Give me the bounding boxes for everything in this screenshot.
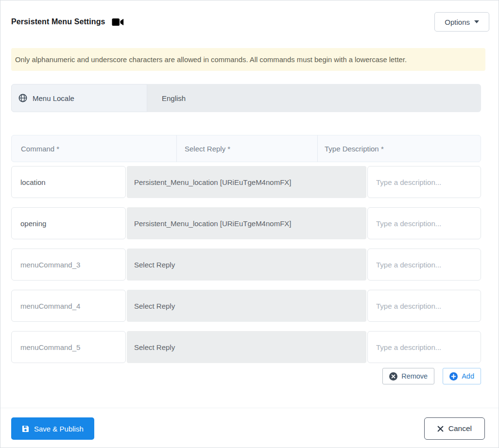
menu-locale-value: English [147, 84, 481, 112]
description-input[interactable] [367, 166, 481, 198]
video-camera-icon [112, 18, 124, 26]
warning-banner-text: Only alphanumeric and underscore charact… [15, 56, 407, 64]
command-input[interactable] [11, 249, 126, 281]
reply-select[interactable]: Select Reply [127, 249, 366, 281]
caret-down-icon [474, 20, 479, 23]
menu-locale-row: Menu Locale English [11, 84, 481, 112]
header-cell-select-reply: Select Reply * [177, 135, 318, 162]
reply-select-value: Persistent_Menu_location [URiEuTgeM4nomF… [134, 219, 291, 228]
cancel-button-label: Cancel [448, 424, 472, 433]
reply-select-value: Select Reply [134, 343, 175, 351]
reply-select-value: Persistent_Menu_location [URiEuTgeM4nomF… [134, 178, 291, 186]
command-row: Persistent_Menu_location [URiEuTgeM4nomF… [11, 166, 481, 198]
cancel-button[interactable]: Cancel [424, 417, 485, 440]
command-input[interactable] [11, 331, 126, 363]
command-rows: Persistent_Menu_location [URiEuTgeM4nomF… [11, 166, 481, 363]
menu-locale-value-text: English [162, 94, 186, 102]
remove-button-label: Remove [401, 372, 428, 380]
command-input[interactable] [11, 207, 126, 239]
command-row: Select Reply [11, 331, 481, 363]
command-row: Select Reply [11, 249, 481, 281]
warning-banner: Only alphanumeric and underscore charact… [11, 48, 485, 71]
reply-select[interactable]: Persistent_Menu_location [URiEuTgeM4nomF… [127, 166, 366, 198]
add-button[interactable]: Add [443, 368, 481, 384]
reply-select[interactable]: Select Reply [127, 290, 366, 322]
command-row: Persistent_Menu_location [URiEuTgeM4nomF… [11, 207, 481, 239]
circle-x-icon [389, 372, 397, 381]
remove-button[interactable]: Remove [382, 368, 434, 384]
options-button-label: Options [445, 18, 470, 26]
floppy-disk-icon [22, 425, 29, 432]
row-actions: Remove Add [11, 368, 481, 384]
command-input[interactable] [11, 166, 126, 198]
save-publish-label: Save & Publish [34, 425, 84, 433]
reply-select[interactable]: Persistent_Menu_location [URiEuTgeM4nomF… [127, 207, 366, 239]
page-title: Persistent Menu Settings [11, 17, 105, 26]
reply-select-value: Select Reply [134, 261, 175, 269]
description-input[interactable] [367, 290, 481, 322]
command-input[interactable] [11, 290, 126, 322]
circle-plus-icon [449, 372, 458, 381]
header-cell-type-description: Type Description * [318, 135, 481, 162]
description-input[interactable] [367, 331, 481, 363]
persistent-menu-settings-panel: Persistent Menu Settings Options Only al… [0, 0, 499, 448]
footer: Save & Publish Cancel [0, 408, 499, 440]
x-icon [437, 426, 444, 432]
save-publish-button[interactable]: Save & Publish [11, 417, 94, 440]
reply-select[interactable]: Select Reply [127, 331, 366, 363]
add-button-label: Add [462, 372, 474, 380]
table-header: Command * Select Reply * Type Descriptio… [11, 135, 481, 162]
description-input[interactable] [367, 249, 481, 281]
reply-select-value: Select Reply [134, 302, 175, 310]
topbar: Persistent Menu Settings Options [0, 0, 499, 32]
globe-icon [18, 94, 27, 102]
options-button[interactable]: Options [434, 12, 489, 32]
menu-locale-label-text: Menu Locale [33, 94, 74, 102]
command-row: Select Reply [11, 290, 481, 322]
description-input[interactable] [367, 207, 481, 239]
header-cell-command: Command * [12, 135, 177, 162]
menu-locale-label: Menu Locale [11, 84, 147, 112]
title-group: Persistent Menu Settings [11, 17, 124, 26]
